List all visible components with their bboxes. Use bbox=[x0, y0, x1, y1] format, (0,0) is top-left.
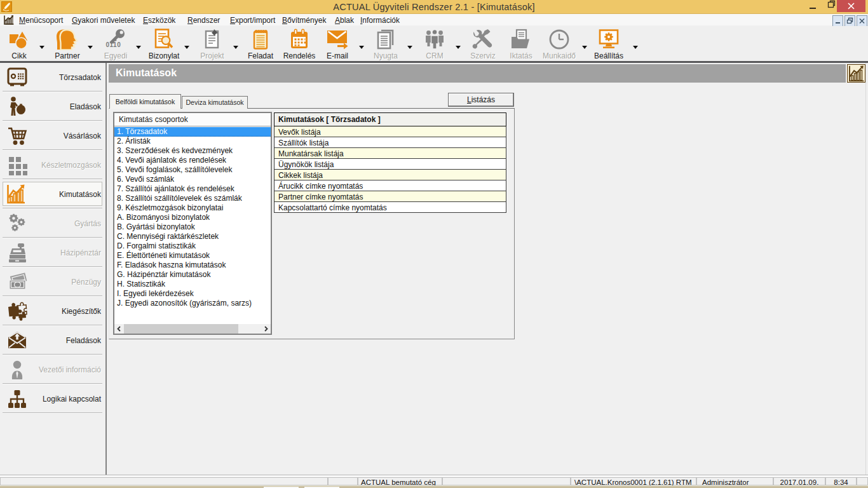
svg-text:0110: 0110 bbox=[106, 41, 121, 48]
